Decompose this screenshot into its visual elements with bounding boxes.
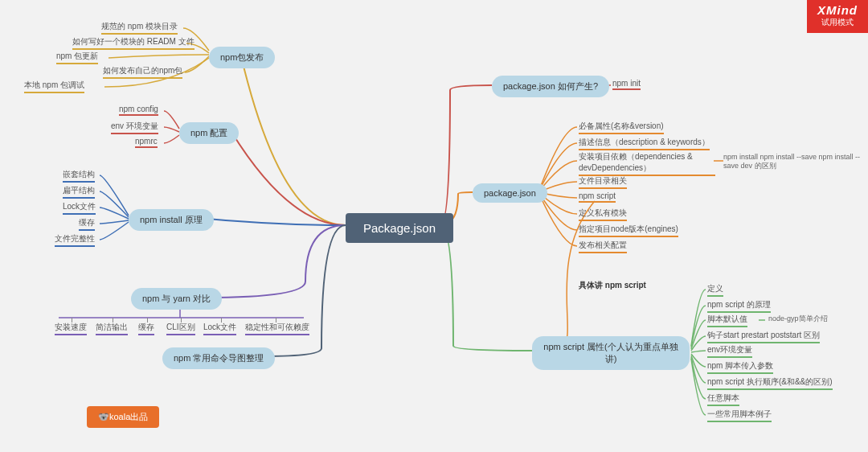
leaf[interactable]: 定义 [707, 283, 723, 297]
leaf[interactable]: 文件目录相关 [579, 175, 627, 189]
leaf[interactable]: 安装速度 [55, 322, 87, 335]
node-npm-install[interactable]: npm install 原理 [129, 209, 214, 231]
leaf[interactable]: 文件完整性 [55, 233, 95, 247]
leaf[interactable]: 安装项目依赖（dependencies & devDependencies） [579, 151, 715, 176]
leaf[interactable]: 扁平结构 [63, 185, 95, 199]
leaf[interactable]: npm init [612, 79, 641, 90]
leaf[interactable]: npm 脚本传入参数 [707, 360, 773, 374]
leaf[interactable]: Lock文件 [203, 322, 236, 335]
node-label: npm 与 yarn 对比 [142, 294, 211, 303]
node-label: package.json [484, 188, 536, 198]
node-npm-script[interactable]: npm script 属性(个人认为重点单独讲) [532, 336, 690, 370]
leaf[interactable]: CLI区别 [166, 322, 195, 335]
leaf[interactable]: 发布相关配置 [579, 240, 627, 253]
node-label: npm 常用命令导图整理 [174, 353, 264, 363]
leaf[interactable]: 简洁输出 [96, 322, 128, 335]
author-badge: 🐨koala出品 [87, 406, 159, 428]
node-label: npm 配置 [190, 128, 227, 138]
leaf[interactable]: 规范的 npm 模块目录 [101, 21, 178, 35]
leaf[interactable]: 钩子start prestart poststart 区别 [707, 330, 820, 343]
annotation-text: 具体讲 npm script [579, 280, 646, 291]
leaf-note: npm install npm install --save npm insta… [723, 153, 868, 171]
leaf[interactable]: Lock文件 [63, 201, 96, 215]
watermark-brand: XMind [807, 3, 868, 17]
leaf[interactable]: npm config [119, 105, 158, 116]
leaf[interactable]: 定义私有模块 [579, 208, 627, 221]
leaf[interactable]: 描述信息（description & keywords） [579, 137, 710, 150]
leaf[interactable]: 如何写好一个模块的 READM 文件 [72, 36, 194, 50]
node-pkg-json[interactable]: package.json [473, 183, 547, 203]
leaf[interactable]: 指定项目node版本(engines) [579, 224, 678, 237]
leaf[interactable]: env环境变量 [707, 344, 752, 358]
root-node[interactable]: Package.json [346, 213, 453, 243]
leaf[interactable]: npm script 执行顺序(&和&&的区别) [707, 376, 833, 390]
node-npm-config[interactable]: npm 配置 [179, 122, 239, 144]
leaf[interactable]: npm script 的原理 [707, 299, 771, 313]
leaf[interactable]: 任意脚本 [707, 392, 739, 406]
author-badge-label: 🐨koala出品 [98, 412, 148, 421]
leaf[interactable]: 如何发布自己的npm包 [103, 65, 182, 79]
root-label: Package.json [363, 221, 436, 235]
leaf[interactable]: 嵌套结构 [63, 169, 95, 183]
leaf[interactable]: npm 包更新 [56, 51, 98, 64]
watermark-sub: 试用模式 [807, 17, 868, 28]
node-label: npm script 属性(个人认为重点单独讲) [543, 342, 678, 364]
leaf[interactable]: 必备属性(名称&version) [579, 121, 664, 134]
node-pkg-how[interactable]: package.json 如何产生? [492, 76, 609, 97]
leaf[interactable]: 本地 npm 包调试 [24, 80, 84, 93]
leaf[interactable]: env 环境变量 [111, 121, 158, 134]
node-npm-publish[interactable]: npm包发布 [209, 47, 275, 68]
node-npm-yarn[interactable]: npm 与 yarn 对比 [131, 288, 222, 310]
node-label: package.json 如何产生? [503, 81, 598, 91]
leaf[interactable]: npm script [579, 191, 616, 203]
leaf[interactable]: 缓存 [79, 217, 95, 231]
leaf[interactable]: 脚本默认值 [707, 314, 747, 327]
leaf[interactable]: npmrc [135, 137, 158, 148]
node-label: npm install 原理 [140, 215, 203, 224]
leaf[interactable]: 缓存 [138, 322, 154, 335]
watermark-badge: XMind 试用模式 [807, 0, 868, 33]
leaf[interactable]: 一些常用脚本例子 [707, 409, 772, 422]
leaf[interactable]: 稳定性和可依赖度 [245, 322, 309, 335]
node-label: npm包发布 [220, 52, 264, 62]
leaf-note: node-gyp简单介绍 [768, 314, 828, 324]
node-npm-cmds[interactable]: npm 常用命令导图整理 [162, 347, 275, 369]
